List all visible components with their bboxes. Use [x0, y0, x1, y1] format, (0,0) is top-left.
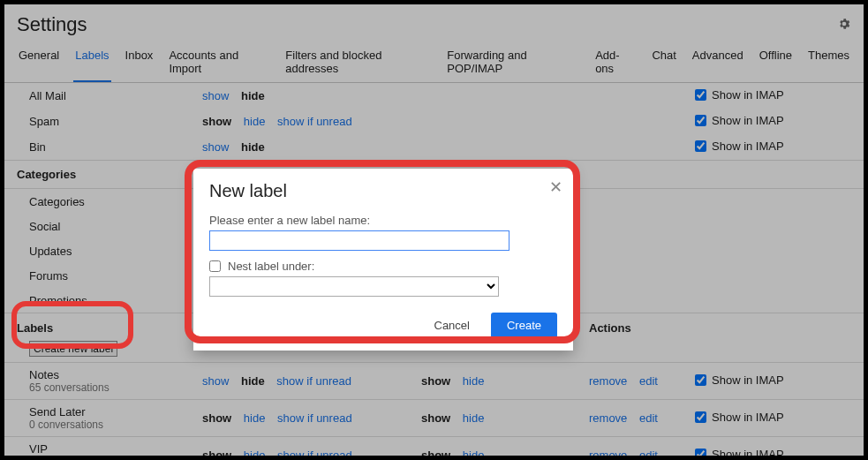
edit-link[interactable]: edit: [639, 449, 658, 460]
label-name: Bin: [17, 140, 202, 154]
imap-checkbox[interactable]: Show in IMAP: [695, 448, 784, 460]
table-row: All Mail show hide Show in IMAP: [4, 83, 864, 109]
hide-link[interactable]: hide: [463, 374, 485, 388]
tab-addons[interactable]: Add-ons: [593, 43, 638, 82]
label-sub: 1 conversation: [29, 456, 202, 460]
page-title: Settings: [17, 13, 87, 36]
nest-label-text: Nest label under:: [228, 260, 314, 273]
hide-link[interactable]: hide: [463, 449, 485, 460]
label-name: Spam: [17, 115, 202, 128]
label-name: Send Later: [29, 405, 202, 419]
label-name: VIP: [29, 442, 202, 456]
hide-link[interactable]: hide: [463, 411, 485, 425]
imap-checkbox[interactable]: Show in IMAP: [695, 411, 784, 424]
table-row: Spam show hide show if unread Show in IM…: [4, 109, 864, 134]
tab-inbox[interactable]: Inbox: [124, 43, 155, 82]
imap-checkbox[interactable]: Show in IMAP: [695, 88, 784, 102]
imap-checkbox[interactable]: Show in IMAP: [695, 114, 784, 127]
hide-link[interactable]: hide: [241, 140, 265, 154]
hide-link[interactable]: hide: [244, 449, 266, 460]
show-if-unread-link[interactable]: show if unread: [277, 115, 352, 128]
label-name-input[interactable]: [209, 230, 509, 251]
nest-label-select[interactable]: [209, 276, 499, 297]
show-link[interactable]: show: [202, 449, 231, 460]
table-row: Notes 65 conversations show hide show if…: [4, 362, 864, 399]
close-icon[interactable]: ✕: [549, 177, 562, 197]
actions-header: Actions: [589, 321, 695, 335]
create-button[interactable]: Create: [491, 313, 557, 338]
tab-themes[interactable]: Themes: [806, 43, 851, 82]
create-new-label-button[interactable]: Create new label: [29, 341, 117, 357]
imap-checkbox[interactable]: Show in IMAP: [695, 373, 784, 387]
hide-link[interactable]: hide: [241, 374, 265, 388]
show-if-unread-link[interactable]: show if unread: [276, 374, 351, 388]
tab-advanced[interactable]: Advanced: [691, 43, 745, 82]
show-if-unread-link[interactable]: show if unread: [277, 411, 352, 425]
show-link[interactable]: show: [202, 115, 231, 128]
remove-link[interactable]: remove: [589, 449, 627, 460]
show-if-unread-link[interactable]: show if unread: [277, 449, 352, 460]
table-row: Bin show hide Show in IMAP: [4, 134, 864, 160]
gear-icon[interactable]: [837, 13, 851, 36]
nest-label-checkbox[interactable]: [209, 260, 221, 272]
cancel-button[interactable]: Cancel: [426, 313, 479, 338]
edit-link[interactable]: edit: [639, 411, 658, 425]
tab-accounts[interactable]: Accounts and Import: [167, 43, 271, 82]
label-name: All Mail: [17, 89, 202, 102]
settings-tabs: General Labels Inbox Accounts and Import…: [4, 43, 864, 83]
tab-general[interactable]: General: [17, 43, 61, 82]
show-link[interactable]: show: [421, 374, 450, 388]
tab-chat[interactable]: Chat: [650, 43, 677, 82]
tab-labels[interactable]: Labels: [73, 43, 110, 82]
remove-link[interactable]: remove: [589, 411, 627, 425]
hide-link[interactable]: hide: [241, 89, 265, 102]
show-link[interactable]: show: [202, 411, 231, 425]
tab-filters[interactable]: Filters and blocked addresses: [283, 43, 433, 82]
tab-offline[interactable]: Offline: [758, 43, 794, 82]
label-sub: 0 conversations: [29, 419, 202, 431]
imap-checkbox[interactable]: Show in IMAP: [695, 140, 784, 153]
hide-link[interactable]: hide: [244, 411, 266, 425]
show-link[interactable]: show: [202, 374, 229, 388]
table-row: Send Later 0 conversations show hide sho…: [4, 399, 864, 436]
table-row: VIP 1 conversation show hide show if unr…: [4, 436, 864, 460]
label-name: Notes: [29, 368, 202, 381]
show-link[interactable]: show: [421, 449, 450, 460]
show-link[interactable]: show: [421, 411, 450, 425]
remove-link[interactable]: remove: [589, 374, 627, 388]
show-link[interactable]: show: [202, 89, 229, 102]
dialog-prompt: Please enter a new label name:: [209, 214, 557, 227]
show-link[interactable]: show: [202, 140, 229, 154]
label-sub: 65 conversations: [29, 381, 202, 394]
hide-link[interactable]: hide: [244, 115, 266, 128]
new-label-dialog: ✕ New label Please enter a new label nam…: [193, 169, 573, 351]
labels-title: Labels: [17, 321, 202, 335]
edit-link[interactable]: edit: [639, 374, 658, 388]
dialog-title: New label: [209, 181, 557, 201]
tab-forwarding[interactable]: Forwarding and POP/IMAP: [445, 43, 581, 82]
